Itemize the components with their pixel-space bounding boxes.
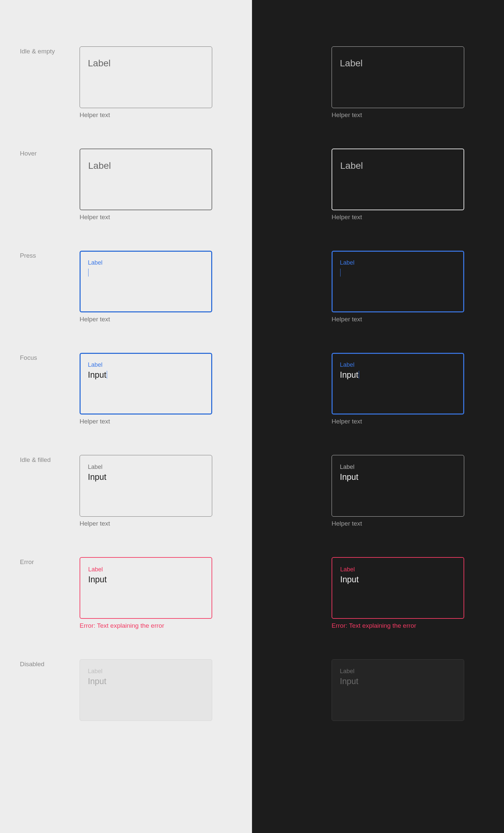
field-input[interactable]: Input	[88, 574, 203, 584]
field-wrapper: Label Input Error: Text explaining the e…	[332, 557, 484, 629]
state-label	[272, 353, 332, 425]
field-wrapper: Label Input Helper text	[332, 353, 484, 425]
field-wrapper: Label Input Helper text	[79, 455, 232, 527]
helper-text: Helper text	[79, 418, 232, 425]
field-input[interactable]: Input	[340, 472, 456, 482]
state-row-error: Error Label Input Error: Text explaining…	[20, 557, 232, 629]
helper-text: Helper text	[79, 520, 232, 527]
light-theme-column: Idle & empty Label Helper text Hover Lab…	[0, 0, 252, 833]
field-wrapper: Label Input Helper text	[79, 353, 232, 425]
helper-text: Helper text	[332, 520, 484, 527]
state-label	[272, 251, 332, 323]
state-label: Disabled	[20, 659, 79, 721]
state-row-idle-filled: Label Input Helper text	[272, 455, 484, 527]
state-row-press: Press Label Helper text	[20, 251, 232, 323]
field-wrapper: Label Helper text	[332, 46, 484, 119]
textarea-focus[interactable]: Label Input	[332, 353, 464, 414]
state-row-disabled: Label Input	[272, 659, 484, 721]
state-row-hover: Label Helper text	[272, 148, 484, 221]
caret-icon	[107, 371, 107, 379]
caret-icon	[359, 371, 359, 379]
textarea-error[interactable]: Label Input	[332, 557, 464, 619]
helper-text: Helper text	[332, 316, 484, 323]
field-label: Label	[88, 161, 203, 170]
field-label: Label	[340, 161, 456, 170]
field-label: Label	[340, 464, 456, 470]
textarea-hover[interactable]: Label	[332, 148, 464, 210]
field-label: Label	[88, 464, 204, 470]
state-label	[272, 557, 332, 629]
textarea-idle-filled[interactable]: Label Input	[332, 455, 464, 517]
field-label: Label	[88, 668, 204, 674]
textarea-focus[interactable]: Label Input	[79, 353, 212, 414]
state-label: Error	[20, 557, 79, 629]
field-wrapper: Label Helper text	[79, 148, 232, 221]
state-label	[272, 148, 332, 221]
field-wrapper: Label Input	[332, 659, 484, 721]
field-input[interactable]: Input	[88, 370, 204, 380]
state-label	[272, 659, 332, 721]
field-wrapper: Label Helper text	[332, 148, 484, 221]
textarea-disabled: Label Input	[332, 659, 464, 721]
field-input[interactable]: Input	[88, 472, 204, 482]
dark-theme-column: Label Helper text Label Helper text Labe…	[252, 0, 504, 833]
field-wrapper: Label Input Error: Text explaining the e…	[79, 557, 232, 629]
helper-text: Helper text	[332, 112, 484, 119]
textarea-press[interactable]: Label	[79, 251, 212, 312]
field-label: Label	[88, 566, 203, 572]
state-row-idle-empty: Label Helper text	[272, 46, 484, 119]
state-row-focus: Label Input Helper text	[272, 353, 484, 425]
textarea-disabled: Label Input	[79, 659, 212, 721]
field-label: Label	[340, 260, 456, 266]
error-text: Error: Text explaining the error	[332, 622, 484, 629]
field-input: Input	[340, 676, 456, 686]
error-text: Error: Text explaining the error	[79, 622, 232, 629]
textarea-hover[interactable]: Label	[79, 148, 212, 210]
state-label: Idle & empty	[20, 46, 79, 119]
state-row-press: Label Helper text	[272, 251, 484, 323]
state-label: Hover	[20, 148, 79, 221]
field-input[interactable]: Input	[340, 370, 456, 380]
field-wrapper: Label Input Helper text	[332, 455, 484, 527]
state-label: Focus	[20, 353, 79, 425]
field-input[interactable]	[88, 268, 204, 278]
field-wrapper: Label Input	[79, 659, 232, 721]
state-row-idle-empty: Idle & empty Label Helper text	[20, 46, 232, 119]
helper-text: Helper text	[79, 112, 232, 119]
textarea-idle-filled[interactable]: Label Input	[79, 455, 212, 517]
field-wrapper: Label Helper text	[79, 251, 232, 323]
helper-text: Helper text	[79, 214, 232, 221]
state-row-focus: Focus Label Input Helper text	[20, 353, 232, 425]
state-row-idle-filled: Idle & filled Label Input Helper text	[20, 455, 232, 527]
field-input[interactable]: Input	[340, 574, 456, 584]
state-row-error: Label Input Error: Text explaining the e…	[272, 557, 484, 629]
field-label: Label	[340, 668, 456, 674]
field-label: Label	[88, 59, 204, 68]
field-label: Label	[88, 362, 204, 368]
state-label: Idle & filled	[20, 455, 79, 527]
state-row-disabled: Disabled Label Input	[20, 659, 232, 721]
helper-text: Helper text	[332, 418, 484, 425]
field-label: Label	[340, 566, 456, 572]
field-input: Input	[88, 676, 204, 686]
field-wrapper: Label Helper text	[332, 251, 484, 323]
caret-icon	[340, 269, 340, 277]
textarea-idle-empty[interactable]: Label	[332, 46, 464, 108]
helper-text: Helper text	[332, 214, 484, 221]
state-label	[272, 455, 332, 527]
caret-icon	[88, 269, 89, 277]
state-label	[272, 46, 332, 119]
field-wrapper: Label Helper text	[79, 46, 232, 119]
field-label: Label	[88, 260, 204, 266]
textarea-error[interactable]: Label Input	[79, 557, 212, 619]
state-row-hover: Hover Label Helper text	[20, 148, 232, 221]
textarea-idle-empty[interactable]: Label	[79, 46, 212, 108]
field-label: Label	[340, 59, 456, 68]
helper-text: Helper text	[79, 316, 232, 323]
state-label: Press	[20, 251, 79, 323]
field-input[interactable]	[340, 268, 456, 278]
field-label: Label	[340, 362, 456, 368]
textarea-press[interactable]: Label	[332, 251, 464, 312]
